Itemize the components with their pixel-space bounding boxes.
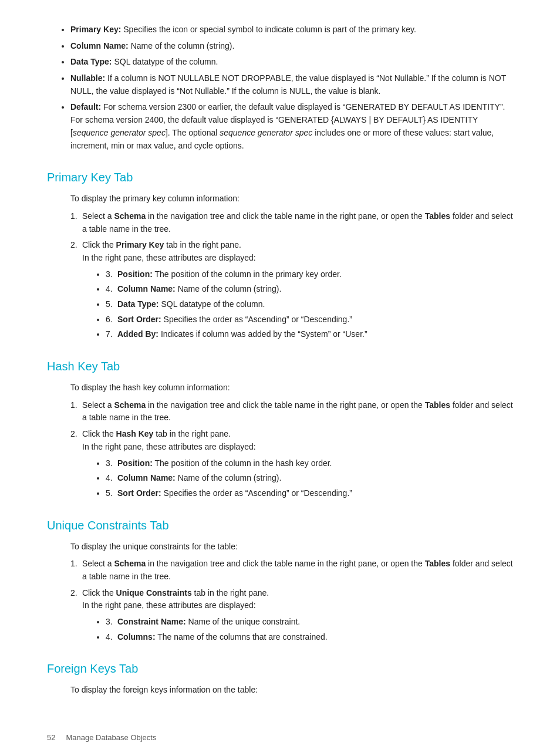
bullet-label: Columns: [117, 632, 156, 642]
bullet-label: Sort Order: [117, 488, 161, 498]
bullet-label: Primary Key: [70, 25, 121, 34]
hash-key-tab-heading: Hash Key Tab [47, 357, 513, 376]
bullet-label: Sort Order: [117, 315, 161, 324]
bullet-label: Column Name: [70, 41, 129, 50]
bold-text: Schema [114, 559, 146, 568]
bullet-label: Column Name: [117, 473, 176, 482]
bullet-label: Data Type: [117, 299, 159, 309]
unique-constraints-attributes: Constraint Name: Name of the unique cons… [106, 616, 513, 643]
foreign-keys-tab-intro: To display the foreign keys information … [70, 684, 513, 697]
foreign-keys-tab-heading: Foreign Keys Tab [47, 660, 513, 678]
sub-intro: In the right pane, these attributes are … [82, 600, 256, 610]
list-item: Click the Hash Key tab in the right pane… [70, 428, 513, 499]
list-item: Column Name: Name of the column (string)… [70, 40, 513, 53]
unique-constraints-tab-steps: Select a Schema in the navigation tree a… [70, 558, 513, 643]
list-item: Select a Schema in the navigation tree a… [70, 558, 513, 583]
list-item: Position: The position of the column in … [106, 457, 513, 470]
list-item: Column Name: Name of the column (string)… [106, 283, 513, 296]
sub-intro: In the right pane, these attributes are … [82, 442, 256, 451]
bullet-text: Specifies the icon or special symbol to … [123, 25, 416, 34]
list-item: Position: The position of the column in … [106, 268, 513, 281]
list-item: Added By: Indicates if column was added … [106, 328, 513, 341]
unique-constraints-tab-intro: To display the unique constraints for th… [70, 541, 513, 553]
primary-key-attributes: Position: The position of the column in … [106, 268, 513, 341]
list-item: Primary Key: Specifies the icon or speci… [70, 23, 513, 36]
bullet-label: Position: [117, 269, 153, 279]
bold-text: Schema [114, 400, 146, 410]
page-number: 52 [47, 733, 55, 742]
list-item: Select a Schema in the navigation tree a… [70, 399, 513, 424]
intro-bullet-list: Primary Key: Specifies the icon or speci… [70, 23, 513, 152]
list-item: Click the Primary Key tab in the right p… [70, 239, 513, 341]
bullet-label: Added By: [117, 329, 158, 339]
bullet-text: Name of the column (string). [131, 41, 235, 50]
bullet-text: For schema version 2300 or earlier, the … [70, 102, 505, 150]
hash-key-tab-intro: To display the hash key column informati… [70, 382, 513, 394]
bullet-text: If a column is NOT NULLABLE NOT DROPPABL… [70, 73, 506, 96]
hash-key-tab-steps: Select a Schema in the navigation tree a… [70, 399, 513, 500]
bullet-label: Default: [70, 102, 101, 112]
bold-text: Unique Constraints [116, 588, 192, 598]
list-item: Nullable: If a column is NOT NULLABLE NO… [70, 72, 513, 97]
list-item: Click the Unique Constraints tab in the … [70, 587, 513, 644]
bullet-text: SQL datatype of the column. [114, 57, 218, 66]
bold-text: Hash Key [116, 429, 154, 438]
list-item: Default: For schema version 2300 or earl… [70, 101, 513, 152]
bold-text: Schema [114, 211, 146, 221]
bullet-label: Nullable: [70, 73, 105, 83]
primary-key-tab-intro: To display the primary key column inform… [70, 193, 513, 205]
primary-key-tab-heading: Primary Key Tab [47, 168, 513, 187]
list-item: Sort Order: Specifies the order as “Asce… [106, 487, 513, 500]
unique-constraints-tab-heading: Unique Constraints Tab [47, 517, 513, 535]
primary-key-tab-steps: Select a Schema in the navigation tree a… [70, 210, 513, 341]
list-item: Select a Schema in the navigation tree a… [70, 210, 513, 235]
list-item: Columns: The name of the columns that ar… [106, 631, 513, 644]
sub-intro: In the right pane, these attributes are … [82, 253, 256, 262]
bold-text: Tables [425, 211, 450, 221]
hash-key-attributes: Position: The position of the column in … [106, 457, 513, 500]
bullet-label: Constraint Name: [117, 617, 186, 626]
list-item: Constraint Name: Name of the unique cons… [106, 616, 513, 629]
page-title: Manage Database Objects [66, 733, 157, 742]
bullet-label: Column Name: [117, 284, 176, 293]
list-item: Column Name: Name of the column (string)… [106, 472, 513, 485]
bullet-label: Data Type: [70, 57, 112, 66]
list-item: Data Type: SQL datatype of the column. [70, 56, 513, 69]
page-footer: 52 Manage Database Objects [47, 732, 513, 744]
list-item: Sort Order: Specifies the order as “Asce… [106, 313, 513, 326]
list-item: Data Type: SQL datatype of the column. [106, 298, 513, 311]
bold-text: Tables [425, 400, 450, 410]
bold-text: Primary Key [116, 240, 164, 249]
bold-text: Tables [425, 559, 450, 568]
bullet-label: Position: [117, 458, 153, 468]
